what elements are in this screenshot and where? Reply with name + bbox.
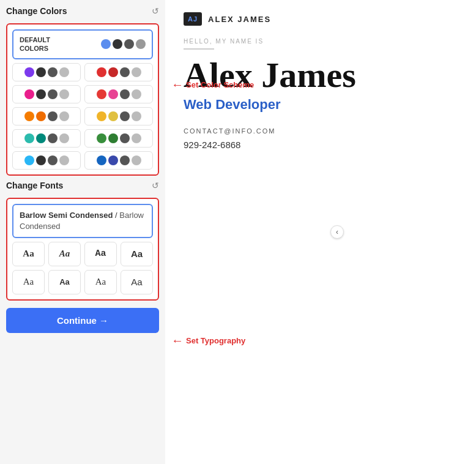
dot: [97, 111, 106, 121]
dot: [120, 111, 130, 121]
font-option-7[interactable]: Aa: [84, 270, 117, 294]
color-scheme-grid: [12, 63, 153, 170]
hello-label: HELLO, MY NAME IS: [184, 38, 458, 45]
dot: [108, 155, 118, 165]
panel-toggle-chevron[interactable]: ‹: [330, 225, 344, 239]
dot: [36, 89, 46, 99]
color-scheme-magenta[interactable]: [84, 85, 153, 103]
color-panel: DEFAULTCOLORS: [6, 23, 159, 176]
dot: [108, 133, 118, 143]
dot: [59, 155, 69, 165]
dot: [48, 155, 58, 165]
logo-badge: AJ: [184, 12, 202, 26]
dot: [24, 133, 34, 143]
dot: [120, 133, 130, 143]
dot: [36, 155, 46, 165]
arrow-left-icon: ←: [171, 78, 184, 91]
dot: [48, 89, 58, 99]
default-color-option[interactable]: DEFAULTCOLORS: [12, 29, 153, 59]
default-color-dots: [101, 39, 146, 49]
dot-mid: [124, 39, 134, 49]
font-option-8[interactable]: Aa: [121, 270, 153, 294]
change-colors-header: Change Colors ↺: [6, 6, 159, 16]
right-panel: ‹ ← Set Color Scheme ← Set Typography AJ…: [165, 0, 476, 464]
color-scheme-purple[interactable]: [12, 63, 81, 81]
font-option-5[interactable]: Aa: [12, 270, 45, 294]
logo-name: ALEX JAMES: [208, 15, 271, 24]
color-scheme-navy[interactable]: [84, 151, 153, 170]
font-option-4[interactable]: Aa: [121, 242, 153, 266]
dot: [24, 111, 34, 121]
change-colors-title: Change Colors: [6, 6, 67, 16]
color-scheme-teal[interactable]: [12, 129, 81, 148]
dot: [132, 133, 141, 143]
dot: [24, 89, 34, 99]
font-separator: /: [113, 211, 119, 220]
dot-blue: [101, 39, 111, 49]
dot: [48, 67, 58, 77]
active-font-row[interactable]: Barlow Semi Condensed / Barlow Condensed: [12, 204, 153, 238]
font-panel: Barlow Semi Condensed / Barlow Condensed…: [6, 198, 159, 301]
reset-colors-icon[interactable]: ↺: [152, 6, 159, 16]
dot: [36, 67, 46, 77]
dot: [59, 67, 69, 77]
reset-fonts-icon[interactable]: ↺: [152, 181, 159, 190]
color-scheme-green[interactable]: [84, 129, 153, 148]
color-scheme-yellow[interactable]: [84, 107, 153, 125]
dot: [59, 133, 69, 143]
dot: [97, 67, 106, 77]
dot: [120, 155, 130, 165]
dot: [48, 133, 58, 143]
dot: [120, 89, 130, 99]
hello-divider: [184, 48, 214, 50]
default-colors-label: DEFAULTCOLORS: [20, 36, 50, 53]
dot: [48, 111, 58, 121]
dot: [120, 67, 130, 77]
color-scheme-red[interactable]: [84, 63, 153, 81]
dot: [108, 111, 118, 121]
font-option-6[interactable]: Aa: [48, 270, 81, 294]
active-font-bold: Barlow Semi Condensed: [20, 211, 113, 220]
dot: [24, 67, 34, 77]
dot: [132, 111, 141, 121]
color-scheme-pink[interactable]: [12, 85, 81, 103]
font-option-1[interactable]: Aa: [12, 242, 45, 266]
dot: [59, 111, 69, 121]
change-fonts-title: Change Fonts: [6, 181, 63, 190]
logo-accent: AJ: [188, 15, 198, 23]
dot: [108, 89, 118, 99]
dot: [97, 89, 106, 99]
resume-title: Web Developer: [184, 97, 458, 113]
dot: [97, 155, 106, 165]
color-scheme-annotation: ← Set Color Scheme: [171, 78, 254, 91]
font-option-3[interactable]: Aa: [84, 242, 117, 266]
change-fonts-header: Change Fonts ↺: [6, 181, 159, 190]
color-scheme-lightblue[interactable]: [12, 151, 81, 170]
dot: [36, 111, 46, 121]
dot: [97, 133, 106, 143]
dot: [108, 67, 118, 77]
contact-phone: 929-242-6868: [184, 140, 458, 150]
font-option-grid: Aa Aa Aa Aa Aa Aa Aa Aa: [12, 242, 153, 294]
color-scheme-label: Set Color Scheme: [186, 80, 254, 89]
dot-dark: [113, 39, 122, 49]
typography-annotation: ← Set Typography: [171, 334, 245, 346]
dot: [59, 89, 69, 99]
dot-light: [136, 39, 146, 49]
font-option-2[interactable]: Aa: [48, 242, 81, 266]
dot: [132, 89, 141, 99]
typography-label: Set Typography: [186, 336, 245, 345]
contact-email: CONTACT@INFO.COM: [184, 127, 458, 135]
arrow-left-icon-2: ←: [171, 334, 184, 346]
left-panel: Change Colors ↺ DEFAULTCOLORS: [0, 0, 165, 464]
dot: [24, 155, 34, 165]
dot: [132, 155, 141, 165]
color-scheme-orange[interactable]: [12, 107, 81, 125]
resume-preview: AJ ALEX JAMES HELLO, MY NAME IS Alex Jam…: [165, 0, 476, 464]
dot: [36, 133, 46, 143]
continue-button[interactable]: Continue →: [6, 308, 159, 333]
dot: [132, 67, 141, 77]
resume-header: AJ ALEX JAMES: [184, 12, 458, 26]
